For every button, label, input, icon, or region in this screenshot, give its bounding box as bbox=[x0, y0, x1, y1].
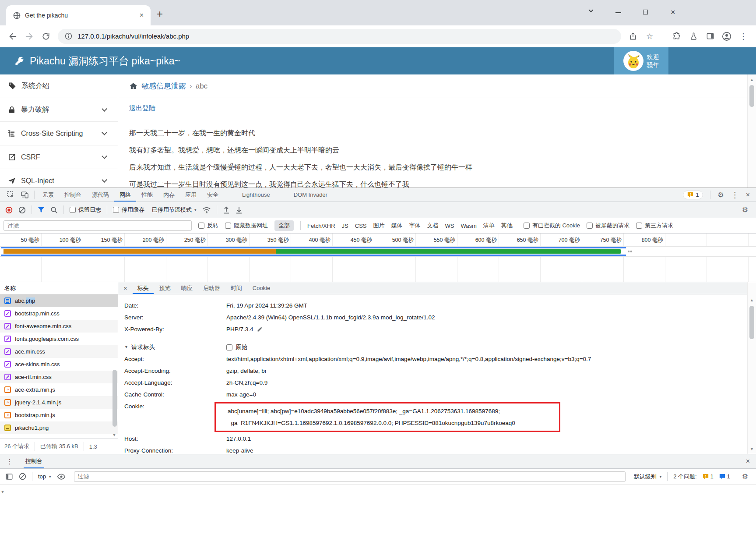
filter-type-doc[interactable]: 文档 bbox=[427, 222, 438, 230]
new-tab-button[interactable]: + bbox=[157, 8, 163, 20]
details-scrollbar[interactable]: ▲ ▼ bbox=[747, 282, 756, 454]
tab-initiator[interactable]: 启动器 bbox=[198, 282, 225, 294]
network-settings-gear-icon[interactable]: ⚙ bbox=[742, 206, 748, 213]
devtools-close-icon[interactable]: × bbox=[746, 191, 750, 199]
filter-funnel-icon[interactable] bbox=[38, 206, 45, 213]
request-row[interactable]: ace-rtl.min.css bbox=[0, 371, 118, 383]
scroll-down-icon[interactable]: ▼ bbox=[0, 490, 5, 494]
log-level-select[interactable]: 默认级别▾ bbox=[634, 473, 662, 481]
request-row[interactable]: ace-extra.min.js bbox=[0, 383, 118, 396]
browser-tab[interactable]: Get the pikachu × bbox=[6, 5, 151, 25]
tab-elements[interactable]: 元素 bbox=[37, 188, 59, 202]
devtools-menu-icon[interactable]: ⋮ bbox=[731, 190, 739, 200]
network-filter-input[interactable] bbox=[4, 220, 192, 231]
request-row[interactable]: bootstrap.min.js bbox=[0, 409, 118, 421]
third-party-checkbox[interactable]: 第三方请求 bbox=[636, 222, 673, 230]
tab-application[interactable]: 应用 bbox=[180, 188, 202, 202]
forward-icon[interactable] bbox=[21, 28, 38, 45]
extensions-puzzle-icon[interactable] bbox=[668, 28, 685, 45]
disable-cache-checkbox[interactable]: 停用缓存 bbox=[113, 206, 144, 214]
drawer-tab-console[interactable]: 控制台 bbox=[24, 454, 44, 468]
browser-menu-icon[interactable]: ⋮ bbox=[735, 28, 752, 45]
edit-pencil-icon[interactable] bbox=[257, 326, 263, 332]
device-toolbar-icon[interactable] bbox=[18, 188, 32, 202]
tab-network[interactable]: 网络 bbox=[114, 188, 136, 202]
profile-avatar[interactable] bbox=[718, 28, 735, 45]
console-filter-input[interactable] bbox=[74, 471, 626, 482]
tab-response[interactable]: 响应 bbox=[176, 282, 197, 294]
live-expression-eye-icon[interactable] bbox=[57, 473, 66, 480]
search-icon[interactable] bbox=[50, 206, 58, 214]
request-row[interactable]: pikachu1.png bbox=[0, 421, 118, 434]
filter-type-media[interactable]: 媒体 bbox=[391, 222, 402, 230]
site-info-icon[interactable] bbox=[65, 32, 72, 40]
filter-type-xhr[interactable]: Fetch/XHR bbox=[307, 223, 335, 229]
back-icon[interactable] bbox=[4, 28, 21, 45]
tab-sources[interactable]: 源代码 bbox=[87, 188, 114, 202]
execution-context-select[interactable]: top▾ bbox=[38, 473, 51, 480]
issues-count-label[interactable]: 2 个问题: bbox=[673, 473, 696, 481]
disclosure-triangle-icon[interactable]: ▼ bbox=[124, 341, 128, 353]
console-settings-gear-icon[interactable]: ⚙ bbox=[742, 473, 748, 480]
filter-type-other[interactable]: 其他 bbox=[501, 222, 513, 230]
reload-icon[interactable] bbox=[38, 28, 54, 45]
export-har-icon[interactable] bbox=[236, 206, 243, 214]
preserve-log-checkbox[interactable]: 保留日志 bbox=[70, 206, 101, 214]
request-list-scrollbar[interactable]: ▼ bbox=[111, 294, 118, 439]
tab-headers[interactable]: 标头 bbox=[133, 282, 154, 294]
sidebar-item-intro[interactable]: 系统介绍 bbox=[0, 74, 118, 98]
tab-security[interactable]: 安全 bbox=[202, 188, 224, 202]
raw-headers-checkbox[interactable]: 原始 bbox=[226, 341, 247, 353]
request-row-abc-php[interactable]: abc.php bbox=[0, 294, 118, 307]
blocked-cookies-checkbox[interactable]: 有已拦截的 Cookie bbox=[524, 222, 580, 230]
import-har-icon[interactable] bbox=[223, 206, 230, 214]
address-bar[interactable]: 127.0.0.1/pikachu/vul/infoleak/abc.php bbox=[58, 29, 621, 44]
scrollbar-thumb[interactable] bbox=[749, 85, 754, 107]
tab-search-chevron-icon[interactable] bbox=[587, 7, 594, 14]
tab-memory[interactable]: 内存 bbox=[158, 188, 180, 202]
filter-type-font[interactable]: 字体 bbox=[409, 222, 420, 230]
request-row[interactable]: ace-skins.min.css bbox=[0, 358, 118, 371]
overview-handle[interactable] bbox=[628, 251, 633, 252]
network-conditions-icon[interactable]: 10 bbox=[202, 206, 211, 214]
bookmark-star-icon[interactable]: ☆ bbox=[641, 28, 658, 45]
filter-type-wasm[interactable]: Wasm bbox=[461, 223, 476, 229]
sidebar-item-xss[interactable]: Cross-Site Scripting bbox=[0, 122, 118, 145]
issues-badge[interactable]: 1 bbox=[683, 191, 703, 199]
tab-performance[interactable]: 性能 bbox=[136, 188, 158, 202]
clear-icon[interactable] bbox=[18, 206, 26, 214]
scroll-down-icon[interactable]: ▼ bbox=[111, 433, 118, 437]
drawer-close-icon[interactable]: × bbox=[746, 457, 750, 465]
filter-type-ws[interactable]: WS bbox=[445, 223, 454, 229]
tab-console[interactable]: 控制台 bbox=[59, 188, 87, 202]
request-row[interactable]: ace.min.css bbox=[0, 345, 118, 358]
console-sidebar-icon[interactable] bbox=[5, 473, 13, 481]
window-close-button[interactable]: × bbox=[671, 8, 675, 17]
request-headers-section[interactable]: ▼ 请求标头 原始 bbox=[124, 341, 747, 353]
filter-type-manifest[interactable]: 清单 bbox=[483, 222, 495, 230]
labs-flask-icon[interactable] bbox=[685, 28, 702, 45]
blocked-requests-checkbox[interactable]: 被屏蔽的请求 bbox=[587, 222, 629, 230]
network-overview-band[interactable] bbox=[0, 247, 756, 257]
sidebar-item-csrf[interactable]: CSRF bbox=[0, 145, 118, 169]
devtools-settings-gear-icon[interactable]: ⚙ bbox=[717, 191, 724, 198]
inspect-element-icon[interactable] bbox=[4, 188, 18, 202]
issue-warning-badge[interactable]: 1 bbox=[703, 474, 714, 480]
tab-lighthouse[interactable]: Lighthouse bbox=[237, 188, 275, 202]
home-icon[interactable] bbox=[129, 82, 138, 91]
tab-cookies[interactable]: Cookie bbox=[248, 282, 275, 294]
request-row[interactable]: fonts.googleapis.com.css bbox=[0, 333, 118, 345]
scroll-up-icon[interactable]: ▲ bbox=[748, 78, 756, 82]
drawer-menu-icon[interactable]: ⋮ bbox=[6, 457, 13, 466]
scrollbar-thumb[interactable] bbox=[113, 370, 117, 427]
scrollbar-thumb[interactable] bbox=[749, 306, 754, 339]
tab-dom-invader[interactable]: DOM Invader bbox=[288, 188, 333, 202]
scroll-up-icon[interactable]: ▲ bbox=[748, 298, 756, 302]
tab-preview[interactable]: 预览 bbox=[155, 282, 176, 294]
request-row[interactable]: jquery-2.1.4.min.js bbox=[0, 396, 118, 409]
record-icon[interactable] bbox=[5, 206, 13, 214]
throttling-select[interactable]: 已停用节流模式▾ bbox=[152, 206, 197, 214]
side-panel-icon[interactable] bbox=[702, 28, 718, 45]
sidebar-item-sql[interactable]: SQL-Inject bbox=[0, 169, 118, 188]
details-close-icon[interactable]: × bbox=[123, 284, 127, 292]
